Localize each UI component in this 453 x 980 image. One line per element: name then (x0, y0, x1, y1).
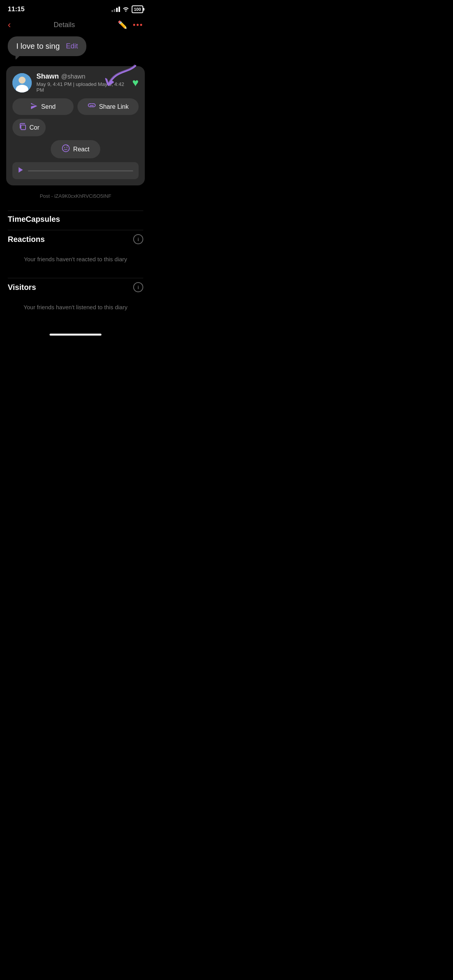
reactions-info-icon[interactable]: i (133, 234, 143, 244)
home-indicator (0, 326, 151, 339)
post-author: Shawn @shawn May 9, 4:41 PM | uploaded M… (12, 72, 132, 93)
post-card: Shawn @shawn May 9, 4:41 PM | uploaded M… (6, 66, 145, 185)
visitors-title: Visitors (8, 283, 36, 292)
bubble-text: I love to sing (16, 42, 60, 51)
action-buttons: Send Share Link Cor (12, 98, 139, 136)
author-name-row: Shawn @shawn (36, 72, 132, 81)
reactions-title: Reactions (8, 235, 45, 244)
visitors-section: Visitors i Your friends haven't listened… (0, 278, 151, 322)
react-label: React (73, 146, 89, 153)
visitors-header: Visitors i (8, 278, 143, 295)
svg-point-5 (64, 147, 65, 148)
reactions-section: Reactions i Your friends haven't reacted… (0, 230, 151, 274)
speech-bubble: I love to sing Edit (8, 36, 86, 56)
edit-bubble-button[interactable]: Edit (66, 42, 78, 50)
play-button[interactable] (18, 167, 23, 175)
send-button[interactable]: Send (12, 98, 74, 115)
status-icons: 100 (112, 5, 143, 13)
wifi-icon (122, 6, 129, 13)
status-bar: 11:15 100 (0, 0, 151, 15)
svg-point-1 (19, 77, 26, 84)
react-button[interactable]: React (51, 140, 100, 158)
header: ‹ Details ✏️ ••• (0, 15, 151, 36)
author-info: Shawn @shawn May 9, 4:41 PM | uploaded M… (36, 72, 132, 93)
play-bar (12, 162, 139, 179)
time-capsules-title: TimeCapsules (8, 215, 60, 224)
status-time: 11:15 (8, 5, 24, 13)
avatar-image (12, 73, 32, 93)
author-handle: @shawn (61, 73, 86, 80)
time-capsules-header: TimeCapsules (8, 211, 143, 226)
header-actions: ✏️ ••• (118, 20, 143, 29)
copy-button[interactable]: Cor (12, 119, 46, 136)
signal-bars-icon (112, 7, 120, 12)
visitors-empty-text: Your friends haven't listened to this di… (8, 295, 143, 322)
page-title: Details (53, 21, 75, 29)
speech-bubble-area: I love to sing Edit (0, 36, 151, 60)
send-label: Send (41, 103, 55, 110)
svg-rect-3 (21, 125, 26, 130)
send-icon (30, 102, 38, 111)
post-id: Post - iZA9K0cxKhRVCi5O5INF (0, 185, 151, 211)
play-progress-bar[interactable] (28, 170, 133, 171)
post-timestamp: May 9, 4:41 PM | uploaded May 9, 4:42 PM (36, 81, 132, 93)
react-icon (62, 144, 70, 154)
more-options-button[interactable]: ••• (133, 21, 143, 29)
time-capsules-section: TimeCapsules (0, 211, 151, 226)
home-bar (50, 334, 101, 336)
author-name: Shawn (36, 72, 59, 81)
copy-icon (19, 123, 26, 132)
avatar (12, 73, 32, 93)
back-button[interactable]: ‹ (8, 19, 11, 30)
reactions-empty-text: Your friends haven't reacted to this dia… (8, 247, 143, 274)
battery-icon: 100 (132, 5, 143, 13)
react-row: React (12, 140, 139, 158)
post-header: Shawn @shawn May 9, 4:41 PM | uploaded M… (12, 72, 139, 93)
link-icon (88, 102, 96, 111)
copy-label: Cor (29, 124, 39, 131)
svg-point-6 (67, 147, 67, 148)
reactions-header: Reactions i (8, 230, 143, 247)
visitors-info-icon[interactable]: i (133, 282, 143, 292)
share-link-button[interactable]: Share Link (77, 98, 139, 115)
heart-icon[interactable]: ♥ (132, 77, 139, 89)
edit-pencil-icon[interactable]: ✏️ (118, 20, 127, 29)
share-link-label: Share Link (99, 103, 129, 110)
